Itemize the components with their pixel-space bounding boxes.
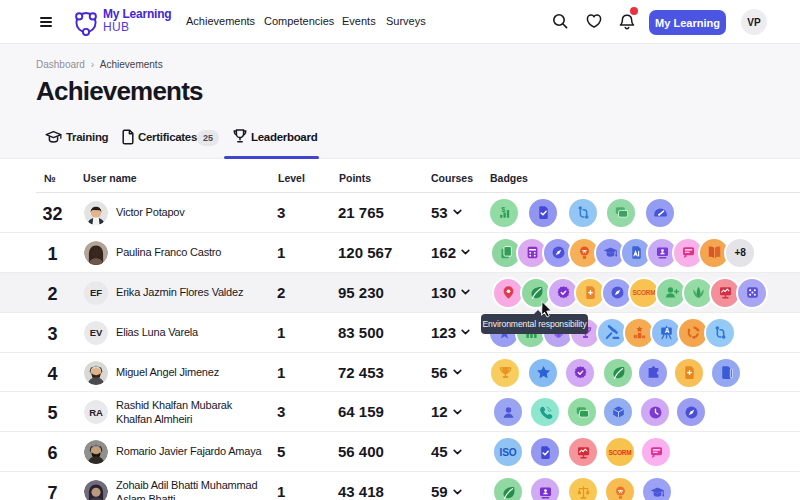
svg-text:A: A bbox=[664, 328, 669, 335]
svg-text:$: $ bbox=[501, 205, 506, 214]
